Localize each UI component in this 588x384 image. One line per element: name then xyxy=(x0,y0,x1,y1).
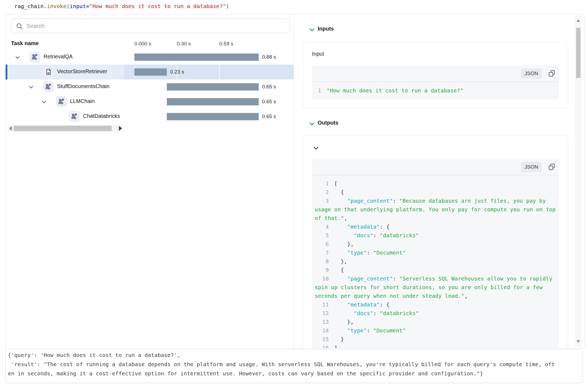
code-line: 15 } xyxy=(315,335,556,343)
json-key: "metadata" xyxy=(347,301,380,308)
column-header-task-name: Task name xyxy=(11,40,39,46)
json-punct: [ xyxy=(334,180,337,187)
output-card: JSON 1[2 {3 "page_content": "Because dat… xyxy=(303,135,568,348)
scroll-left-arrow[interactable] xyxy=(9,126,12,131)
search-box[interactable] xyxy=(11,19,290,33)
json-punct xyxy=(334,327,347,334)
code-line: 12 "docs": "databricks" xyxy=(315,309,556,318)
horizontal-scrollbar-thumb[interactable] xyxy=(14,126,112,131)
code-line: 10 "page_content": "Serverless SQL Wareh… xyxy=(315,274,556,300)
json-punct: }, xyxy=(334,319,354,325)
chain-icon xyxy=(56,96,67,107)
code-segment: "How much does it cost to run a database… xyxy=(89,3,226,9)
vertical-scrollbar[interactable] xyxy=(575,16,581,346)
task-row-LLMChain[interactable]: LLMChain0.65 s xyxy=(6,94,294,109)
duration-bar[interactable] xyxy=(134,54,259,61)
code-line: 13 }, xyxy=(315,318,556,326)
copy-icon[interactable] xyxy=(548,70,556,77)
task-row-StuffDocumentsChain[interactable]: StuffDocumentsChain0.65 s xyxy=(6,79,294,94)
line-number: 1 xyxy=(315,179,329,188)
scroll-down-arrow[interactable] xyxy=(576,340,580,343)
vertical-scrollbar-thumb[interactable] xyxy=(576,28,580,78)
task-row-ChatDatabricks[interactable]: ChatDatabricks0.65 s xyxy=(6,109,294,124)
timeline-tick-1: 0.30 s xyxy=(177,41,191,47)
json-punct xyxy=(334,223,347,230)
code-segment: = xyxy=(86,3,89,9)
duration-label: 0.23 s xyxy=(170,69,184,75)
duration-label: 0.65 s xyxy=(262,84,276,90)
duration-bar[interactable] xyxy=(134,68,167,76)
output-json-content: 1[2 {3 "page_content": "Because database… xyxy=(312,175,559,348)
code-segment: invoke xyxy=(47,3,66,9)
json-string: "databricks" xyxy=(380,310,419,316)
task-name-cell: ChatDatabricks xyxy=(6,109,124,124)
code-line: 8 }, xyxy=(315,257,556,266)
code-line: 1"How much does it cost to run a databas… xyxy=(315,86,556,95)
json-punct: : xyxy=(373,310,380,316)
json-punct: : { xyxy=(380,223,390,230)
json-string: "Document" xyxy=(373,249,406,256)
duration-bar[interactable] xyxy=(167,83,259,91)
json-punct xyxy=(334,310,354,316)
copy-icon[interactable] xyxy=(548,163,556,171)
output-item-chevron-icon[interactable] xyxy=(314,146,318,150)
scroll-right-arrow[interactable] xyxy=(119,126,122,131)
input-label: Input xyxy=(312,51,324,57)
task-name-label: StuffDocumentsChain xyxy=(57,83,109,89)
json-punct: } xyxy=(334,336,344,342)
input-json-content: 1"How much does it cost to run a databas… xyxy=(312,82,559,98)
task-row-VectorStoreRetriever[interactable]: VectorStoreRetriever0.23 s xyxy=(6,65,294,79)
duration-label: 0.88 s xyxy=(262,54,276,60)
json-punct: ] xyxy=(334,345,337,348)
inputs-collapse-chevron-icon[interactable] xyxy=(309,28,315,32)
code-line: 4 "metadata": { xyxy=(315,222,556,231)
line-number: 13 xyxy=(315,318,329,326)
expand-chevron-icon[interactable] xyxy=(15,55,20,60)
task-name-label: RetrievalQA xyxy=(44,54,73,60)
json-punct: }, xyxy=(334,241,354,247)
json-punct: : xyxy=(393,198,399,204)
chain-icon xyxy=(69,111,80,122)
json-punct: , xyxy=(464,293,468,299)
code-line: 9 { xyxy=(315,266,556,274)
json-punct: , xyxy=(344,215,347,221)
code-line: 16] xyxy=(315,343,556,348)
json-punct xyxy=(334,275,347,282)
json-string: "databricks" xyxy=(380,232,419,239)
timeline-gridline xyxy=(219,65,220,79)
json-punct: : xyxy=(367,327,373,334)
timeline-tick-0: 0.000 s xyxy=(134,41,151,47)
duration-bar[interactable] xyxy=(167,98,259,105)
task-row-RetrievalQA[interactable]: RetrievalQA0.88 s xyxy=(6,50,294,65)
line-number: 8 xyxy=(315,257,329,266)
code-line: 3 "page_content": "Because databases are… xyxy=(315,196,556,222)
task-name-label: VectorStoreRetriever xyxy=(57,68,107,75)
expand-chevron-icon[interactable] xyxy=(29,85,33,90)
json-punct: }, xyxy=(334,258,347,265)
duration-bar[interactable] xyxy=(167,113,259,120)
duration-label: 0.65 s xyxy=(262,113,276,119)
result-output-text: {'query': 'How much does it cost to run … xyxy=(6,350,583,379)
json-key: "page_content" xyxy=(347,275,393,282)
outputs-collapse-chevron-icon[interactable] xyxy=(309,122,315,126)
task-name-label: LLMChain xyxy=(70,98,95,104)
tree-header: Task name 0.000 s 0.30 s 0.59 s xyxy=(6,39,294,50)
horizontal-scrollbar[interactable] xyxy=(8,125,123,132)
line-number: 16 xyxy=(315,343,329,348)
search-input[interactable] xyxy=(26,19,284,33)
task-name-cell: LLMChain xyxy=(6,94,124,109)
json-punct xyxy=(334,301,347,308)
json-key: "docs" xyxy=(354,232,373,239)
task-rows: RetrievalQA0.88 sVectorStoreRetriever0.2… xyxy=(6,50,294,125)
json-punct xyxy=(334,232,354,239)
json-punct: { xyxy=(334,267,344,273)
trace-viewer: Task name 0.000 s 0.30 s 0.59 s Retrieva… xyxy=(5,14,584,348)
expand-chevron-icon[interactable] xyxy=(42,100,46,105)
line-number: 6 xyxy=(315,240,329,248)
task-tree-panel: Task name 0.000 s 0.30 s 0.59 s Retrieva… xyxy=(6,14,294,348)
json-punct xyxy=(334,249,347,256)
json-format-badge: JSON xyxy=(521,162,542,172)
task-name-cell: StuffDocumentsChain xyxy=(6,79,124,94)
scroll-up-arrow[interactable] xyxy=(576,19,580,22)
code-segment: input xyxy=(70,3,86,9)
